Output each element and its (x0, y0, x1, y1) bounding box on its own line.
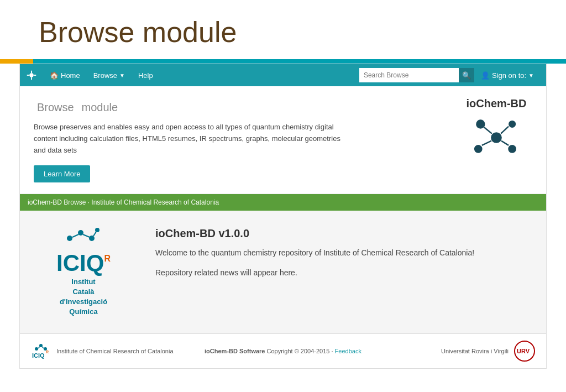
svg-point-8 (474, 145, 483, 153)
svg-line-20 (93, 232, 96, 236)
svg-point-14 (67, 236, 72, 241)
hero-text: Browse module Browse preserves and enabl… (34, 97, 444, 182)
help-label: Help (138, 71, 153, 80)
footer-urv-logo: URV (514, 341, 535, 362)
iciq-molecule-top (59, 227, 108, 249)
search-input[interactable] (359, 68, 459, 82)
browse-label: Browse (93, 71, 117, 80)
footer: ICIQ R Institute of Chemical Research of… (20, 333, 546, 368)
navbar: 🏠 Home Browse ▼ Help 🔍 👤 Sign on to: ▼ (20, 64, 546, 86)
footer-right: Universitat Rovira i Virgili URV (367, 341, 535, 362)
iciq-logo: ICIQ R Institut Català d'Investigació Qu… (34, 227, 133, 317)
iciq-acronym: ICIQ R (56, 252, 111, 275)
home-link[interactable]: 🏠 Home (43, 64, 87, 86)
search-button[interactable]: 🔍 (459, 68, 474, 82)
iciq-sub-text: Institut Català d'Investigació Química (56, 277, 111, 317)
footer-university-label: Universitat Rovira i Virgili (441, 348, 509, 354)
hero-heading-sub: module (81, 101, 118, 113)
inner-container: 🏠 Home Browse ▼ Help 🔍 👤 Sign on to: ▼ (19, 64, 547, 369)
hero-heading: Browse module (34, 97, 444, 115)
iciq-main-text: ICIQ (56, 252, 104, 275)
accent-bar (0, 59, 566, 64)
hero-heading-main: Browse (37, 101, 74, 113)
svg-point-15 (78, 230, 83, 236)
svg-point-5 (491, 132, 502, 143)
browse-link[interactable]: Browse ▼ (87, 64, 132, 86)
iciq-top-molecule-svg (59, 227, 108, 249)
hero-logo: ioChem-BD (460, 97, 532, 163)
footer-feedback-link[interactable]: Feedback (335, 348, 361, 354)
svg-text:R: R (46, 350, 49, 354)
svg-point-6 (476, 119, 485, 128)
svg-text:URV: URV (517, 348, 530, 354)
signin-label: Sign on to: (492, 71, 526, 80)
footer-copyright: Copyright © 2004-2015 · (267, 348, 335, 354)
svg-text:ICIQ: ICIQ (32, 352, 45, 359)
svg-point-16 (89, 236, 95, 241)
svg-point-9 (508, 145, 516, 153)
footer-software-label: ioChem-BD Software (205, 348, 265, 354)
home-icon: 🏠 (50, 71, 59, 80)
molecule-svg (469, 113, 524, 163)
news-title: ioChem-BD v1.0.0 (155, 227, 532, 240)
iciq-text-block: ICIQ R Institut Català d'Investigació Qu… (56, 252, 111, 317)
main-content: ICIQ R Institut Català d'Investigació Qu… (20, 211, 546, 334)
page-title: Browse module (39, 17, 527, 48)
hero-description: Browse preserves and enables easy and op… (34, 122, 354, 156)
svg-line-12 (482, 141, 491, 145)
home-label: Home (61, 71, 80, 80)
footer-iciq-svg: ICIQ R (31, 341, 51, 361)
svg-point-21 (35, 347, 38, 351)
news-para2: Repository related news will appear here… (155, 266, 532, 279)
search-icon: 🔍 (462, 71, 471, 80)
green-banner: ioChem-BD Browse · Institute of Chemical… (20, 194, 546, 211)
user-icon: 👤 (481, 71, 490, 80)
svg-line-11 (501, 127, 509, 134)
signin-dropdown-icon: ▼ (528, 72, 534, 79)
news-para1: Welcome to the quantum chemistry reposit… (155, 247, 532, 259)
svg-point-0 (29, 74, 33, 77)
footer-center: ioChem-BD Software Copyright © 2004-2015… (199, 348, 367, 354)
page-title-area: Browse module (0, 0, 566, 59)
svg-line-19 (83, 234, 90, 237)
hero-logo-text: ioChem-BD (467, 97, 527, 110)
svg-line-10 (484, 127, 492, 133)
navbar-brand[interactable] (25, 69, 38, 81)
urv-logo-svg: URV (514, 341, 535, 362)
svg-point-7 (509, 121, 516, 128)
svg-line-13 (501, 141, 509, 145)
footer-iciq-logo: ICIQ R (31, 341, 51, 361)
news-content: ioChem-BD v1.0.0 Welcome to the quantum … (155, 227, 532, 287)
help-link[interactable]: Help (132, 64, 160, 86)
navbar-links: 🏠 Home Browse ▼ Help (43, 64, 160, 86)
hero-area: Browse module Browse preserves and enabl… (20, 86, 546, 194)
green-banner-text: ioChem-BD Browse · Institute of Chemical… (28, 198, 219, 206)
signin-button[interactable]: 👤 Sign on to: ▼ (474, 64, 541, 86)
browse-dropdown-icon: ▼ (119, 72, 125, 79)
footer-institute-name: Institute of Chemical Research of Catalo… (56, 348, 174, 354)
learn-more-button[interactable]: Learn More (34, 165, 90, 182)
svg-line-24 (38, 347, 40, 348)
brand-icon (25, 69, 38, 81)
svg-line-25 (42, 347, 44, 348)
footer-left: ICIQ R Institute of Chemical Research of… (31, 341, 199, 361)
iciq-superscript: R (104, 254, 111, 264)
svg-line-18 (72, 234, 78, 237)
navbar-search: 🔍 (359, 68, 474, 82)
